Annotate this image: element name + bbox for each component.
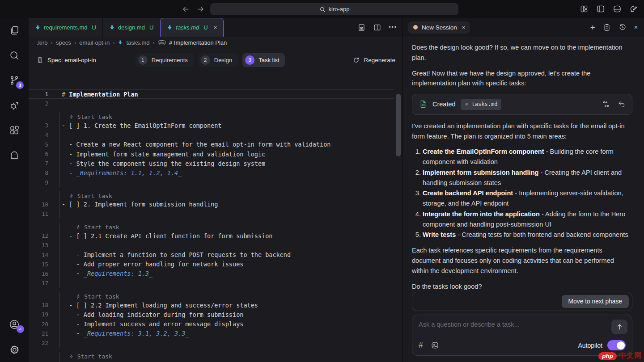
run-debug-icon[interactable]	[8, 99, 21, 112]
account-icon[interactable]: ✓	[8, 318, 21, 331]
kiro-ghost-icon[interactable]	[8, 149, 21, 162]
line-number: 20	[29, 321, 62, 328]
close-panel-icon[interactable]: ×	[634, 24, 638, 31]
open-preview-icon[interactable]	[357, 23, 366, 32]
forward-arrow-icon[interactable]	[196, 5, 205, 13]
chat-paragraph: Do the tasks look good?	[412, 282, 632, 292]
step-task-list[interactable]: 3 Task list	[242, 53, 285, 67]
new-session-icon[interactable]: +	[590, 23, 595, 32]
line-number: 7	[29, 160, 62, 167]
line-number: 4	[29, 132, 62, 139]
layout-grid-icon[interactable]	[580, 4, 589, 13]
extensions-icon[interactable]	[8, 124, 21, 137]
line-number: 19	[29, 311, 62, 318]
code-line: 21 - _Requirements: 3.1, 3.2, 3.3_	[29, 329, 402, 338]
code-line: 18 - [ ] 2.2 Implement loading and succe…	[29, 300, 402, 310]
tab-design-md[interactable]: design.md U	[103, 18, 160, 37]
diff-changes-icon[interactable]	[602, 100, 610, 108]
back-arrow-icon[interactable]	[182, 5, 190, 13]
codelens-start-task[interactable]: Start task	[29, 288, 402, 300]
search-sidebar-icon[interactable]	[8, 49, 21, 62]
autopilot-label: Autopilot	[578, 342, 602, 349]
line-number: 21	[29, 330, 62, 337]
modified-badge: U	[92, 24, 96, 31]
session-tab[interactable]: New Session ×	[408, 21, 470, 34]
editor-scrollbar[interactable]	[396, 94, 401, 156]
panel-bottom-icon[interactable]	[613, 4, 622, 13]
line-number: 9	[29, 179, 62, 186]
breadcrumb-item[interactable]: # Implementation Plan	[169, 39, 227, 46]
refresh-icon	[353, 57, 360, 63]
tab-tasks-md[interactable]: tasks.md U ×	[160, 18, 224, 37]
editor-tab-bar: requirements.md U design.md U tasks.md U…	[29, 18, 402, 37]
step-design[interactable]: 2 Design	[198, 53, 238, 67]
history-icon[interactable]	[619, 23, 627, 31]
code-line: 13	[29, 240, 402, 250]
code-line: 10- [ ] 2. Implement form submission han…	[29, 200, 402, 209]
command-search-box[interactable]: kiro-app	[210, 3, 458, 15]
code-editor[interactable]: 1# Implementation Plan2Start task3- [ ] …	[29, 89, 402, 362]
close-session-icon[interactable]: ×	[462, 24, 466, 31]
move-to-next-phase-button[interactable]: Move to next phase	[562, 295, 629, 308]
send-button[interactable]	[611, 320, 627, 334]
close-tab-icon[interactable]: ×	[214, 24, 217, 31]
panel-left-icon[interactable]	[596, 4, 605, 13]
source-control-icon[interactable]: 3	[8, 74, 21, 87]
tab-requirements-md[interactable]: requirements.md U	[29, 18, 103, 37]
line-number: 11	[29, 210, 62, 217]
code-line: 17	[29, 278, 402, 288]
breadcrumb-separator: ›	[113, 39, 114, 46]
regenerate-button[interactable]: Regenerate	[353, 57, 395, 63]
modified-badge: U	[203, 24, 208, 31]
line-number: 1	[29, 91, 62, 97]
step-requirements[interactable]: 1 Requirements	[136, 53, 194, 67]
breadcrumb-item[interactable]: tasks.md	[126, 39, 149, 46]
breadcrumb-item[interactable]: specs	[56, 39, 71, 46]
breadcrumb-separator: ›	[51, 39, 53, 46]
file-chip[interactable]: tasks.md	[461, 99, 502, 110]
chat-paragraph: I've created an implementation plan with…	[412, 121, 632, 142]
php-logo: php	[598, 352, 617, 360]
settings-gear-icon[interactable]	[8, 343, 21, 356]
code-line: 11	[29, 209, 402, 219]
line-number: 3	[29, 122, 62, 129]
activity-bar: 3 ✓	[0, 18, 29, 362]
more-actions-icon[interactable]: •••	[389, 24, 397, 30]
chat-input-box[interactable]: Ask a question or describe a task... # A…	[412, 315, 632, 356]
line-number: 2	[29, 100, 62, 107]
code-line: 2	[29, 99, 402, 108]
code-line: 4	[29, 130, 402, 140]
codelens-start-task[interactable]: Start task	[29, 348, 402, 360]
chat-messages[interactable]: Does the design look good? If so, we can…	[403, 37, 644, 292]
codelens-start-task[interactable]: Start task	[29, 108, 402, 121]
breadcrumb-item[interactable]: .kiro	[37, 39, 48, 46]
code-line: 7 - Style the component using the existi…	[29, 159, 402, 168]
breadcrumb[interactable]: .kiro › specs › email-opt-in › tasks.md …	[29, 37, 402, 48]
explorer-icon[interactable]	[8, 24, 21, 37]
task-list-icon[interactable]	[603, 23, 611, 31]
search-text: kiro-app	[329, 6, 350, 13]
code-line: 14 - Implement a function to send POST r…	[29, 250, 402, 259]
autopilot-toggle[interactable]	[607, 340, 626, 350]
chat-paragraph: Does the design look good? If so, we can…	[412, 42, 632, 63]
code-line: 22	[29, 338, 402, 348]
breadcrumb-separator: ›	[74, 39, 76, 46]
markdown-file-icon	[118, 40, 123, 45]
attach-image-icon[interactable]	[431, 341, 439, 349]
chat-input-placeholder[interactable]: Ask a question or describe a task...	[419, 321, 626, 328]
modified-badge: U	[149, 24, 153, 31]
undo-icon[interactable]	[618, 100, 626, 108]
breadcrumb-item[interactable]: email-opt-in	[79, 39, 110, 46]
spec-bar: Spec: email-opt-in 1 Requirements 2 Desi…	[29, 48, 402, 72]
codelens-start-task[interactable]: Start task	[29, 187, 402, 200]
markdown-file-icon	[35, 25, 41, 30]
code-line: 19 - Add loading indicator during form s…	[29, 310, 402, 319]
created-file-card[interactable]: Created tasks.md	[412, 94, 632, 115]
list-item: Create the EmailOptInForm component - Bu…	[423, 147, 632, 167]
chat-paragraph: Each task references specific requiremen…	[412, 245, 632, 276]
feedback-edit-icon[interactable]	[629, 4, 638, 13]
split-editor-icon[interactable]	[373, 23, 381, 32]
codelens-start-task[interactable]: Start task	[29, 219, 402, 231]
titlebar: kiro-app	[0, 0, 644, 18]
context-hash-icon[interactable]: #	[419, 341, 423, 350]
